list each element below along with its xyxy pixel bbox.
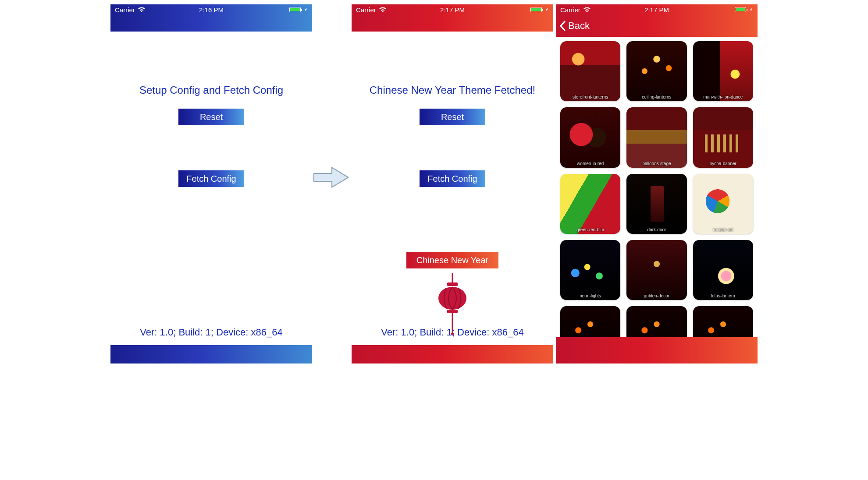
version-footer: Ver: 1.0; Build: 1; Device: x86_64 bbox=[352, 327, 553, 338]
footer-band bbox=[556, 337, 758, 364]
reset-button[interactable]: Reset bbox=[178, 109, 244, 125]
svg-rect-3 bbox=[447, 310, 458, 313]
gallery-thumb[interactable]: golden-decor bbox=[626, 240, 687, 300]
header-band: Carrier 2:17 PM ⚡︎ bbox=[352, 4, 553, 32]
status-bar: Carrier 2:17 PM ⚡︎ bbox=[556, 4, 758, 15]
reset-button[interactable]: Reset bbox=[420, 109, 485, 125]
fetch-config-button[interactable]: Fetch Config bbox=[420, 170, 485, 187]
carrier-label: Carrier bbox=[560, 6, 580, 14]
svg-rect-1 bbox=[447, 282, 458, 286]
version-footer: Ver: 1.0; Build: 1; Device: x86_64 bbox=[110, 327, 312, 338]
wifi-icon bbox=[379, 7, 387, 13]
svg-point-2 bbox=[438, 287, 466, 310]
screen-gallery: Carrier 2:17 PM ⚡︎ Back s bbox=[556, 4, 758, 364]
bolt-icon: ⚡︎ bbox=[545, 7, 549, 13]
footer-band bbox=[352, 345, 553, 364]
gallery-thumb[interactable]: storefront-lanterns bbox=[560, 41, 620, 101]
battery-icon bbox=[530, 7, 542, 12]
gallery-thumb[interactable]: women-in-red bbox=[560, 107, 620, 167]
status-bar: Carrier 2:16 PM ⚡︎ bbox=[110, 4, 312, 15]
gallery-thumb[interactable]: man-with-lion-dance bbox=[693, 41, 753, 101]
nav-bar: Back bbox=[556, 15, 758, 37]
footer-band bbox=[110, 345, 312, 364]
flow-arrow bbox=[312, 4, 352, 193]
header-band: Carrier 2:17 PM ⚡︎ Back bbox=[556, 4, 758, 37]
gallery-thumb[interactable]: green-red-blur bbox=[560, 174, 620, 234]
theme-button[interactable]: Chinese New Year bbox=[406, 252, 498, 268]
page-title: Chinese New Year Theme Fetched! bbox=[370, 84, 535, 96]
screen-content: Chinese New Year Theme Fetched! Reset Fe… bbox=[352, 32, 553, 364]
thumb-grid: storefront-lanterns ceiling-lanterns man… bbox=[556, 37, 758, 364]
gallery-thumb[interactable]: balloons-stage bbox=[626, 107, 687, 167]
gallery-thumb[interactable]: dark-door bbox=[626, 174, 687, 234]
gallery-thumb[interactable]: nycha-banner bbox=[693, 107, 753, 167]
gallery-thumb[interactable]: neon-lights bbox=[560, 240, 620, 300]
gallery-thumb[interactable]: rooster-art bbox=[693, 174, 753, 234]
status-bar: Carrier 2:17 PM ⚡︎ bbox=[352, 4, 553, 15]
wifi-icon bbox=[138, 7, 146, 13]
bolt-icon: ⚡︎ bbox=[750, 7, 753, 13]
screen-content: Setup Config and Fetch Config Reset Fetc… bbox=[110, 32, 312, 364]
header-band: Carrier 2:16 PM ⚡︎ bbox=[110, 4, 312, 32]
carrier-label: Carrier bbox=[356, 6, 376, 14]
gallery-thumb[interactable]: lotus-lantern bbox=[693, 240, 753, 300]
back-button[interactable]: Back bbox=[568, 20, 590, 32]
chevron-left-icon[interactable] bbox=[559, 21, 566, 31]
wifi-icon bbox=[583, 7, 591, 13]
gallery-thumb[interactable]: ceiling-lanterns bbox=[626, 41, 687, 101]
battery-icon bbox=[735, 7, 746, 12]
fetch-config-button[interactable]: Fetch Config bbox=[178, 170, 244, 187]
screen-initial: Carrier 2:16 PM ⚡︎ Setup Config and Fetc… bbox=[110, 4, 312, 364]
flow-arrow-icon bbox=[312, 162, 352, 193]
three-screen-flow: Carrier 2:16 PM ⚡︎ Setup Config and Fetc… bbox=[110, 0, 758, 364]
bolt-icon: ⚡︎ bbox=[304, 7, 308, 13]
screen-theme-fetched: Carrier 2:17 PM ⚡︎ Chinese New Year Them… bbox=[352, 4, 553, 364]
carrier-label: Carrier bbox=[115, 6, 135, 14]
gallery[interactable]: storefront-lanterns ceiling-lanterns man… bbox=[556, 37, 758, 364]
battery-icon bbox=[289, 7, 301, 12]
page-title: Setup Config and Fetch Config bbox=[139, 84, 283, 96]
